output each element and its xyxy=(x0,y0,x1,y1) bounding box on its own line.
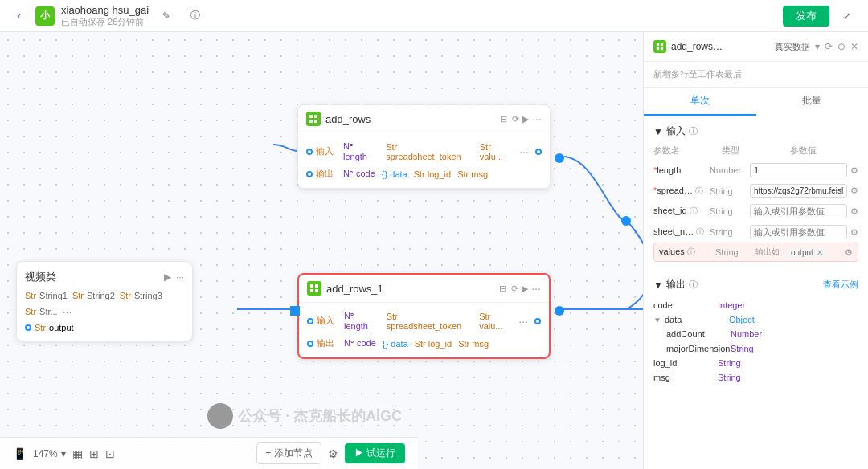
tag-close-btn[interactable]: ✕ xyxy=(817,248,823,257)
info-button[interactable]: ⓘ xyxy=(184,5,207,27)
node-1-refresh-btn[interactable]: ⟳ xyxy=(511,283,518,294)
node-1-actions: ⟳ ▶ ··· xyxy=(511,282,541,295)
node-1-input-str2: Str valu... xyxy=(479,312,515,331)
node-1-save-icon[interactable]: ⊟ xyxy=(499,283,506,294)
param-input-length[interactable] xyxy=(750,163,847,177)
canvas[interactable]: add_rows ⊟ ⟳ ▶ ··· 输入 Nᵒ length Str spre… xyxy=(0,32,643,469)
input-section: ▼ 输入 ⓘ 参数名 类型 参数值 *length Number ⚙ xyxy=(644,116,868,270)
video-field-1: Str String1 xyxy=(25,291,68,300)
zoom-dropdown-icon[interactable]: ▾ xyxy=(61,448,66,459)
watermark-logo xyxy=(207,403,233,429)
right-panel: add_rows… 真实数据 ▾ ⟳ ⊙ ✕ 新增多行至工作表最后 单次 批量 … xyxy=(643,32,868,469)
output-msg: Str msg xyxy=(457,169,488,179)
panel-refresh-btn[interactable]: ⟳ xyxy=(825,41,833,52)
add-rows-node[interactable]: add_rows ⊟ ⟳ ▶ ··· 输入 Nᵒ length Str spre… xyxy=(297,104,551,189)
data-expand-icon[interactable]: ▼ xyxy=(653,316,661,324)
svg-rect-5 xyxy=(315,284,318,288)
video-class-node[interactable]: 视频类 ▶ ··· Str String1 Str String2 Str St… xyxy=(16,261,193,341)
panel-more-btn[interactable]: ⊙ xyxy=(837,41,845,52)
param-value-values: 输出如 output ✕ xyxy=(755,247,841,258)
node-more-btn[interactable]: ··· xyxy=(532,112,542,125)
node-refresh-btn[interactable]: ⟳ xyxy=(512,114,519,124)
grid-icon[interactable]: ⊞ xyxy=(89,447,99,460)
output-collapse-icon[interactable]: ▼ xyxy=(653,279,663,291)
param-input-spread[interactable] xyxy=(750,184,847,198)
try-run-button[interactable]: ▶ 试运行 xyxy=(345,443,405,463)
bottombar-center: + 添加节点 ⚙ ▶ 试运行 xyxy=(256,442,405,464)
input-str2: Str valu... xyxy=(480,142,517,161)
node-1-output-port[interactable] xyxy=(307,341,313,347)
param-type-length: Number xyxy=(710,165,750,175)
input-more-btn[interactable]: ··· xyxy=(519,145,529,158)
param-value-sheet-id xyxy=(750,204,847,218)
svg-rect-10 xyxy=(657,47,659,50)
param-row-sheet-name: sheet_n… ⓘ String ⚙ xyxy=(653,222,858,243)
node-body: 输入 Nᵒ length Str spreadsheet_token Str v… xyxy=(298,133,550,188)
svg-rect-4 xyxy=(310,284,313,288)
output-port-input[interactable] xyxy=(535,149,542,155)
save-status: 已自动保存 26分钟前 xyxy=(61,16,149,28)
input-num: Nᵒ length xyxy=(343,141,379,161)
topbar: ‹ 小 xiaohoang hsu_gai 已自动保存 26分钟前 ✎ ⓘ 发布… xyxy=(0,0,868,32)
node-play-btn[interactable]: ▶ xyxy=(522,114,529,124)
main-layout: add_rows ⊟ ⟳ ▶ ··· 输入 Nᵒ length Str spre… xyxy=(0,32,868,469)
panel-tab-single[interactable]: 单次 xyxy=(644,88,756,116)
video-node-more[interactable]: ··· xyxy=(176,271,184,283)
param-type-values: String xyxy=(715,247,755,257)
svg-rect-7 xyxy=(315,289,318,292)
node-1-input-port[interactable] xyxy=(307,318,313,324)
input-str1: Str spreadsheet_token xyxy=(386,142,473,161)
add-rows-1-node[interactable]: add_rows_1 ⊟ ⟳ ▶ ··· 输入 Nᵒ length Str sp… xyxy=(297,273,551,359)
panel-subtitle: 新增多行至工作表最后 xyxy=(644,62,868,88)
edit-title-button[interactable]: ✎ xyxy=(155,5,178,27)
video-node-play[interactable]: ▶ xyxy=(164,271,171,283)
view-example-link[interactable]: 查看示例 xyxy=(823,279,858,291)
node-input-row: 输入 Nᵒ length Str spreadsheet_token Str v… xyxy=(298,138,550,165)
video-output-port[interactable] xyxy=(25,324,31,331)
node-1-more-btn[interactable]: ··· xyxy=(531,282,541,295)
input-info-icon[interactable]: ⓘ xyxy=(689,125,698,137)
param-settings-length[interactable]: ⚙ xyxy=(850,165,858,176)
panel-close-btn[interactable]: ✕ xyxy=(850,41,858,52)
conn-dot-2 xyxy=(555,306,564,316)
panel-tab-batch[interactable]: 批量 xyxy=(756,88,869,116)
param-value-sheet-name xyxy=(750,225,847,239)
save-icon[interactable]: ⊟ xyxy=(500,114,507,124)
settings-icon[interactable]: ⚙ xyxy=(328,447,338,460)
panel-mode-dropdown[interactable]: ▾ xyxy=(815,41,820,52)
svg-rect-0 xyxy=(309,115,313,118)
node-1-header: add_rows_1 ⊟ ⟳ ▶ ··· xyxy=(299,275,549,303)
mobile-icon[interactable]: 📱 xyxy=(13,447,27,460)
param-settings-sheet-name[interactable]: ⚙ xyxy=(850,227,858,238)
input-section-title: ▼ 输入 ⓘ xyxy=(653,124,858,138)
layout-icon[interactable]: ▦ xyxy=(72,447,83,460)
param-settings-spread[interactable]: ⚙ xyxy=(850,186,858,196)
output-info-icon[interactable]: ⓘ xyxy=(689,279,698,291)
svg-rect-11 xyxy=(661,47,663,50)
node-1-input-more[interactable]: ··· xyxy=(518,315,528,328)
panel-header: add_rows… 真实数据 ▾ ⟳ ⊙ ✕ xyxy=(644,32,868,62)
output-port-left[interactable] xyxy=(306,171,313,177)
collapse-icon[interactable]: ▼ xyxy=(653,126,663,137)
node-1-output-port-input[interactable] xyxy=(534,318,541,324)
panel-table-header: 参数名 类型 参数值 xyxy=(653,145,858,157)
col-param-name: 参数名 xyxy=(653,145,722,157)
param-input-sheet-id[interactable] xyxy=(750,204,847,218)
param-input-sheet-name[interactable] xyxy=(750,225,847,239)
fit-icon[interactable]: ⊡ xyxy=(105,447,115,460)
output-logid: Str log_id xyxy=(414,169,451,179)
video-more-btn[interactable]: ··· xyxy=(63,305,72,318)
param-settings-sheet-id[interactable]: ⚙ xyxy=(850,206,858,217)
publish-button[interactable]: 发布 xyxy=(783,6,829,27)
input-port[interactable] xyxy=(306,149,313,155)
values-tag: output ✕ xyxy=(786,247,828,258)
add-node-button[interactable]: + 添加节点 xyxy=(256,442,321,464)
back-button[interactable]: ‹ xyxy=(10,6,29,26)
param-type-sheet-name: String xyxy=(710,227,750,237)
panel-node-icon xyxy=(653,40,666,53)
panel-title: add_rows… xyxy=(671,41,770,52)
app-icon: 小 xyxy=(35,6,55,26)
expand-button[interactable]: ⤢ xyxy=(836,5,858,27)
param-settings-values[interactable]: ⚙ xyxy=(845,247,853,258)
node-1-play-btn[interactable]: ▶ xyxy=(522,283,528,294)
